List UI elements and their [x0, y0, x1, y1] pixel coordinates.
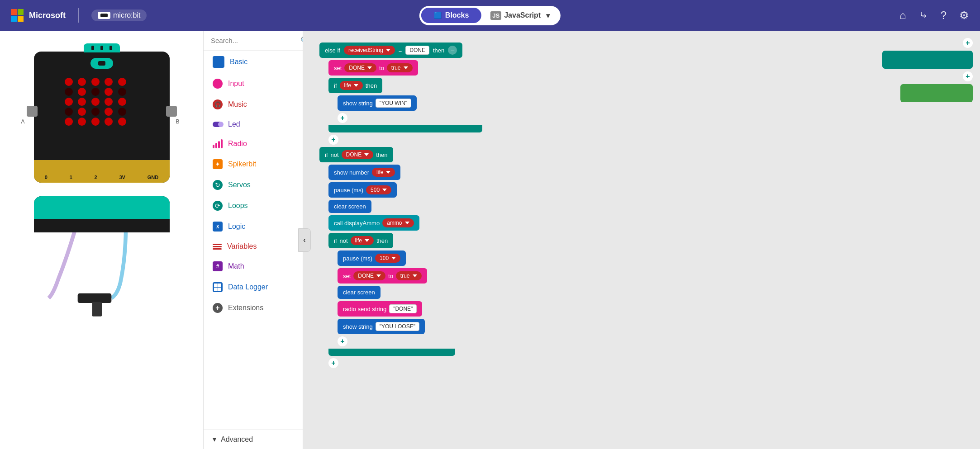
set-done-block[interactable]: set DONE to true	[328, 60, 418, 76]
if-not-done-row: if not DONE then	[319, 147, 973, 162]
blocks-tab[interactable]: 🟦 Blocks	[421, 8, 481, 23]
toolbox-items-list: Basic Input 🎧 Music Led	[204, 51, 303, 429]
then-label: then	[433, 47, 444, 54]
spikerbit-label: Spikerbit	[228, 160, 256, 168]
sidebar-item-basic[interactable]: Basic	[204, 51, 303, 73]
plus-button-1[interactable]: +	[338, 113, 347, 123]
button-a[interactable]	[27, 106, 38, 117]
life-var[interactable]: life	[340, 81, 363, 90]
tab-switch-container: 🟦 Blocks JS JavaScript ▾	[419, 6, 561, 25]
sidebar-item-loops[interactable]: ⟳ Loops	[204, 195, 303, 216]
plus-row3: +	[338, 336, 973, 346]
svg-rect-1	[92, 302, 101, 317]
minus-button[interactable]: −	[448, 46, 457, 55]
sidebar-item-extensions[interactable]: + Extensions	[204, 298, 303, 318]
done-var2[interactable]: DONE	[342, 150, 374, 159]
life-var2[interactable]: life	[372, 168, 395, 177]
show-number-block[interactable]: show number life	[328, 165, 400, 180]
sidebar-item-datalogger[interactable]: Data Logger	[204, 277, 303, 298]
datalogger-icon	[213, 282, 223, 292]
if-not-life-block[interactable]: if not life then	[328, 233, 393, 248]
help-icon[interactable]: ?	[941, 9, 947, 22]
you-win-val[interactable]: "YOU WIN"	[376, 99, 411, 108]
sidebar-item-logic[interactable]: X Logic	[204, 216, 303, 237]
true-val[interactable]: true	[387, 63, 413, 72]
pause-block[interactable]: pause (ms) 500	[328, 182, 397, 198]
set-done2-block[interactable]: set DONE to true	[338, 268, 427, 284]
math-icon: #	[213, 261, 223, 271]
led-dot	[78, 88, 86, 96]
true2-val[interactable]: true	[396, 271, 422, 280]
dropdown-icon	[404, 66, 408, 69]
else-if-block[interactable]: else if receivedString = DONE then −	[319, 43, 462, 58]
pause-row: pause (ms) 500	[328, 182, 973, 198]
done-var[interactable]: DONE	[344, 63, 376, 72]
sidebar-item-led[interactable]: Led	[204, 115, 303, 134]
music-label: Music	[228, 100, 247, 109]
sidebar-item-servos[interactable]: ↻ Servos	[204, 175, 303, 195]
workspace[interactable]: else if receivedString = DONE then −	[303, 31, 980, 449]
led-dot	[105, 108, 113, 116]
home-icon[interactable]: ⌂	[899, 9, 906, 22]
show-string-block[interactable]: show string "YOU WIN"	[338, 95, 417, 111]
javascript-label: JavaScript	[504, 11, 541, 19]
sidebar-item-radio[interactable]: Radio	[204, 134, 303, 154]
simulator-panel: A B	[0, 31, 204, 449]
loops-icon: ⟳	[213, 201, 223, 211]
sidebar-item-input[interactable]: Input	[204, 73, 303, 94]
dropdown-icon	[364, 153, 369, 156]
brand: Microsoft micro:bit	[11, 8, 147, 23]
done-value[interactable]: DONE	[405, 46, 429, 55]
device-logo	[90, 58, 113, 69]
done-str-val[interactable]: "DONE"	[389, 304, 417, 313]
clear-screen2-block[interactable]: clear screen	[338, 286, 381, 299]
toolbox-collapse-button[interactable]: ‹	[298, 228, 311, 252]
sidebar-item-math[interactable]: # Math	[204, 256, 303, 277]
sidebar-item-music[interactable]: 🎧 Music	[204, 94, 303, 115]
led-dot	[91, 78, 100, 86]
dropdown-icon	[413, 274, 417, 277]
if-label: if	[334, 82, 337, 89]
done2-var[interactable]: DONE	[353, 271, 385, 280]
call-display-ammo-block[interactable]: call displayAmmo ammo	[328, 215, 419, 231]
ammo-val[interactable]: ammo	[382, 218, 414, 227]
share-icon[interactable]: ⤷	[919, 9, 928, 22]
device-body: A B	[34, 52, 170, 183]
plus-button-4[interactable]: +	[328, 358, 338, 368]
led-icon	[213, 122, 223, 127]
if-life-block[interactable]: if life then	[328, 78, 382, 93]
led-dot	[78, 78, 86, 86]
radio-send-block[interactable]: radio send string "DONE"	[338, 301, 422, 317]
led-label: Led	[228, 120, 240, 128]
pause-val[interactable]: 500	[366, 185, 391, 194]
sidebar-item-variables[interactable]: Variables	[204, 237, 303, 256]
life-var3[interactable]: life	[351, 236, 374, 245]
sidebar-item-spikerbit[interactable]: ✦ Spikerbit	[204, 154, 303, 175]
plus-button-3[interactable]: +	[338, 336, 347, 346]
if2-label: if	[325, 151, 328, 158]
clear-screen-block[interactable]: clear screen	[328, 200, 371, 213]
settings-icon[interactable]: ⚙	[959, 9, 969, 22]
right-panel-blocks: + +	[862, 31, 980, 109]
header-divider	[78, 8, 79, 23]
if-not-done-block[interactable]: if not DONE then	[319, 147, 393, 162]
sidebar-item-advanced[interactable]: ▾ Advanced	[204, 429, 303, 449]
led-dot	[78, 98, 86, 106]
right-plus-1[interactable]: +	[963, 38, 973, 48]
show-string2-block[interactable]: show string "YOU LOOSE"	[338, 319, 425, 334]
pause2-block[interactable]: pause (ms) 100	[338, 250, 406, 266]
led-dot	[105, 98, 113, 106]
plus-button-2[interactable]: +	[328, 135, 338, 145]
right-plus-2[interactable]: +	[963, 71, 973, 81]
received-string-val[interactable]: receivedString	[344, 46, 395, 55]
clear-screen-row: clear screen	[328, 200, 973, 213]
you-loose-val[interactable]: "YOU LOOSE"	[376, 322, 419, 331]
show-number-label: show number	[334, 169, 369, 176]
search-input[interactable]	[211, 37, 297, 44]
led-dot	[105, 88, 113, 96]
button-b[interactable]	[166, 106, 177, 117]
javascript-tab[interactable]: JS JavaScript ▾	[481, 8, 559, 24]
led-dot	[91, 108, 100, 116]
led-dot	[65, 98, 73, 106]
pause2-val[interactable]: 100	[375, 254, 400, 263]
